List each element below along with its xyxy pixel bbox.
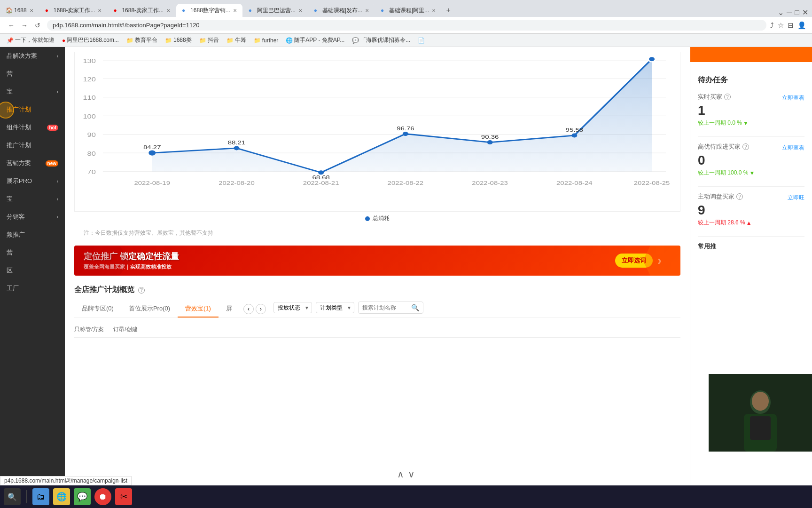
tab-close[interactable]: ✕ <box>98 8 102 13</box>
divider1 <box>698 136 804 137</box>
back-button[interactable]: ← <box>6 20 17 31</box>
sidebar-item-widget-plan[interactable]: 组件计划 hot <box>0 119 65 136</box>
tab-close[interactable]: ✕ <box>166 8 170 13</box>
change-arrow-up-icon: ▲ <box>746 220 752 226</box>
maximize-icon[interactable]: □ <box>795 8 799 17</box>
bookmark-edu[interactable]: 📁 教育平台 <box>124 35 160 45</box>
tab-close[interactable]: ✕ <box>365 8 369 13</box>
bookmark-more[interactable]: 📄 <box>415 36 428 45</box>
sidebar-item-bao2[interactable]: 宝 › <box>0 190 65 208</box>
plan-tab-brand[interactable]: 品牌专区(0) <box>74 301 121 318</box>
plan-search-input[interactable] <box>362 304 409 311</box>
status-filter[interactable]: 投放状态 <box>273 302 312 313</box>
forward-button[interactable]: → <box>19 20 30 31</box>
taskbar-scissors[interactable]: ✂ <box>115 488 132 505</box>
svg-text:2022-08-25: 2022-08-25 <box>634 180 670 186</box>
type-filter[interactable]: 计划类型 <box>316 302 354 313</box>
plan-tab-yingxiao[interactable]: 营效宝(1) <box>178 301 219 318</box>
taskbar-browser[interactable]: 🌐 <box>53 488 70 505</box>
tab-1688[interactable]: 🏠 1688 ✕ <box>0 4 39 17</box>
bookmark-niuchou[interactable]: 📁 牛筹 <box>224 35 249 45</box>
tab-extras: ⌄ ─ □ ✕ <box>778 8 812 17</box>
sidebar-item-factory[interactable]: 工厂 <box>0 279 65 297</box>
bookmark-alibaba[interactable]: ● 阿里巴巴1688.com... <box>59 35 122 45</box>
new-badge: new <box>46 160 58 167</box>
tab-favicon: ● <box>45 7 52 14</box>
bookmark-suishou[interactable]: 🌐 随手APP - 免费AP... <box>283 35 347 45</box>
sidebar-item-sales-plan[interactable]: 营销方案 new <box>0 154 65 172</box>
tab-prev-button[interactable]: ‹ <box>243 304 254 314</box>
video-person <box>709 374 812 452</box>
tab-favicon: ● <box>314 7 320 14</box>
bookmark-further[interactable]: 📁 further <box>251 36 281 45</box>
task-info-icon2[interactable]: ? <box>742 143 749 150</box>
task-info-icon3[interactable]: ? <box>736 193 743 200</box>
sidebar-item-bao[interactable]: 宝 › <box>0 83 65 101</box>
minimize-icon[interactable]: ─ <box>787 8 792 17</box>
close-window-icon[interactable]: ✕ <box>802 8 808 17</box>
tab-seller1[interactable]: ● 1688-卖家工作... ✕ <box>39 4 108 17</box>
sidebar-item-distributor[interactable]: 分销客 › <box>0 208 65 226</box>
sidebar-item-zone[interactable]: 区 <box>0 262 65 279</box>
task-link-2[interactable]: 立即查看 <box>782 144 804 152</box>
tab-close[interactable]: ✕ <box>233 8 237 13</box>
plan-tab-ping[interactable]: 屏 <box>219 301 240 318</box>
sidebar-item-solutions[interactable]: 品解决方案 › <box>0 47 65 65</box>
sidebar-item-video-promo[interactable]: 频推广 <box>0 226 65 244</box>
sidebar-item-promo-plan[interactable]: 推广计划 <box>0 101 65 119</box>
plan-info-icon[interactable]: ? <box>138 287 145 294</box>
search-icon[interactable]: 🔍 <box>411 304 419 311</box>
bookmark-1688[interactable]: 📁 1688类 <box>162 35 195 45</box>
content-area: 130 120 110 100 90 80 70 2022 <box>65 47 690 508</box>
tab-marketing-active[interactable]: ● 1688数字营销... ✕ <box>176 4 242 17</box>
task-link-3[interactable]: 立即旺 <box>788 194 804 202</box>
tab-favicon: ● <box>249 7 255 14</box>
svg-point-27 <box>571 133 577 137</box>
task-value-1: 1 <box>698 103 804 118</box>
banner-image[interactable]: 定位推广 锁定确定性流量 覆盖全网海量买家｜实现高效精准投放 立即选词 › <box>74 246 680 276</box>
tab-next-button[interactable]: › <box>256 304 266 314</box>
bookmark-knowyou[interactable]: 📌 一下，你就知道 <box>4 35 57 45</box>
tab-close[interactable]: ✕ <box>432 8 436 13</box>
task-link-1[interactable]: 立即查看 <box>782 94 804 102</box>
right-panel-content: 待办任务 实时买家 ? 立即查看 1 较上一周期 0.0 % ▼ <box>698 75 804 251</box>
taskbar-search[interactable]: 🔍 <box>4 488 21 505</box>
svg-point-25 <box>403 132 408 136</box>
change-arrow-down-icon2: ▼ <box>749 170 755 176</box>
taskbar-record[interactable]: ⏺ <box>94 488 111 505</box>
svg-point-26 <box>487 140 493 144</box>
sidebar-item-promo-plan2[interactable]: 推广计划 <box>0 136 65 154</box>
sidebar-item-display-pro[interactable]: 展示PRO › <box>0 172 65 190</box>
new-tab-button[interactable]: + <box>442 4 455 17</box>
tab-list-icon[interactable]: ⌄ <box>778 8 784 17</box>
plan-section-title: 全店推广计划概览 ? <box>74 285 680 295</box>
split-view-icon[interactable]: ⊟ <box>788 21 794 30</box>
tab-alibaba-ops[interactable]: ● 阿里巴巴运营... ✕ <box>243 4 308 17</box>
tab-favicon: ● <box>113 7 120 14</box>
tab-course1[interactable]: ● 基础课程|发布... ✕ <box>308 4 375 17</box>
sidebar-item-marketing[interactable]: 营 <box>0 65 65 83</box>
banner-deco-right <box>643 246 680 276</box>
profile-icon[interactable]: 👤 <box>797 21 806 30</box>
tab-close[interactable]: ✕ <box>30 8 33 13</box>
scroll-down-icon[interactable]: ∨ <box>408 468 415 480</box>
taskbar-wechat[interactable]: 💬 <box>74 488 91 505</box>
nav-buttons: ← → ↺ <box>6 20 43 31</box>
divider3 <box>698 236 804 237</box>
address-input[interactable] <box>47 20 766 31</box>
bookmark-douyin[interactable]: 📁 抖音 <box>196 35 222 45</box>
tab-close[interactable]: ✕ <box>298 8 302 13</box>
task-info-icon1[interactable]: ? <box>724 94 731 100</box>
bookmark-star-icon[interactable]: ☆ <box>778 21 784 30</box>
tab-course2[interactable]: ● 基础课程|阿里... ✕ <box>375 4 441 17</box>
share-icon[interactable]: ⤴ <box>770 21 774 30</box>
scroll-up-icon[interactable]: ∧ <box>397 468 404 480</box>
sidebar-item-marketing2[interactable]: 营 <box>0 244 65 262</box>
refresh-button[interactable]: ↺ <box>32 20 43 31</box>
bookmark-haitun[interactable]: 💬 「海豚优课招募令... <box>349 35 413 45</box>
plan-tab-first-display[interactable]: 首位展示Pro(0) <box>121 301 178 318</box>
video-overlay[interactable] <box>709 374 812 452</box>
taskbar-files[interactable]: 🗂 <box>32 488 49 505</box>
chevron-icon: › <box>57 54 58 59</box>
tab-seller2[interactable]: ● 1688-卖家工作... ✕ <box>108 4 176 17</box>
